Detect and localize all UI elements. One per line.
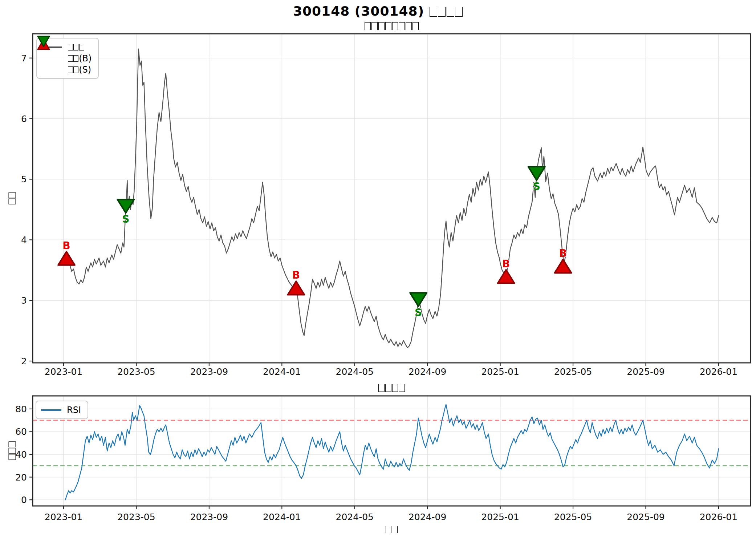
x-axis-label [33, 523, 751, 535]
sell-marker [117, 199, 134, 213]
legend-label-buy: (B) [68, 54, 92, 63]
y-tick-label: 0 [21, 495, 27, 505]
legend-label-rsi: RSI [67, 406, 81, 414]
legend-item-rsi: RSI [41, 404, 81, 416]
buy-marker [555, 259, 572, 273]
price-series-line [65, 49, 719, 348]
x-tick-label: 2023-09 [190, 512, 228, 522]
y-tick-label: 20 [15, 472, 27, 483]
x-tick-label: 2024-05 [336, 366, 374, 377]
legend-item-buy: (B) [41, 53, 92, 64]
y-tick-label: 3 [21, 295, 27, 306]
x-tick-label: 2023-05 [117, 512, 155, 522]
x-tick-label: 2023-01 [45, 366, 82, 377]
x-tick-label: 2023-09 [190, 366, 228, 377]
y-tick-label: 6 [21, 114, 27, 124]
sell-marker [528, 167, 545, 180]
sell-signal-label: S [415, 307, 422, 319]
charts-canvas: 2023-012023-052023-092024-012024-052024-… [0, 0, 756, 535]
buy-signal-label: B [62, 240, 70, 252]
x-tick-label: 2023-01 [45, 512, 82, 522]
x-tick-label: 2024-01 [263, 512, 301, 522]
rsi-y-axis-label [6, 441, 17, 461]
legend-item-sell: (S) [41, 64, 92, 75]
x-tick-label: 2026-01 [700, 366, 737, 377]
x-tick-label: 2025-05 [554, 366, 592, 377]
x-tick-label: 2024-01 [263, 366, 301, 377]
rsi-chart-title [33, 381, 751, 394]
rsi-series-line [65, 405, 719, 500]
x-tick-label: 2024-09 [409, 366, 446, 377]
axes-frame [33, 396, 751, 506]
sell-signal-label: S [533, 181, 540, 192]
y-tick-label: 4 [21, 235, 27, 245]
x-tick-label: 2024-09 [409, 512, 446, 522]
y-tick-label: 7 [21, 53, 27, 64]
y-tick-label: 2 [21, 356, 27, 366]
x-tick-label: 2025-05 [554, 512, 592, 522]
y-tick-label: 5 [21, 174, 27, 185]
y-tick-label: 80 [15, 404, 27, 414]
axes-frame [33, 34, 751, 363]
x-tick-label: 2025-01 [481, 512, 519, 522]
rsi-legend: RSI [36, 401, 88, 419]
price-chart-title [33, 20, 751, 32]
x-tick-label: 2025-01 [481, 366, 519, 377]
buy-marker [58, 252, 75, 265]
price-legend: (B) (S) [36, 38, 99, 79]
x-tick-label: 2024-05 [336, 512, 374, 522]
x-tick-label: 2025-09 [627, 512, 664, 522]
sell-signal-label: S [122, 213, 129, 225]
legend-label-close [68, 43, 85, 52]
y-tick-label: 60 [15, 426, 27, 437]
x-tick-label: 2026-01 [700, 512, 737, 522]
buy-signal-label: B [292, 269, 300, 281]
price-y-axis-label [6, 192, 17, 204]
rsi-line-icon [41, 409, 62, 411]
figure-title: 300148 (300148) [0, 4, 756, 19]
x-tick-label: 2023-05 [117, 366, 155, 377]
sell-marker [410, 293, 427, 306]
buy-signal-label: B [559, 247, 567, 259]
x-tick-label: 2025-09 [627, 366, 664, 377]
legend-label-sell: (S) [68, 65, 91, 74]
figure: 2023-012023-052023-092024-012024-052024-… [0, 0, 756, 535]
buy-signal-label: B [502, 258, 510, 270]
